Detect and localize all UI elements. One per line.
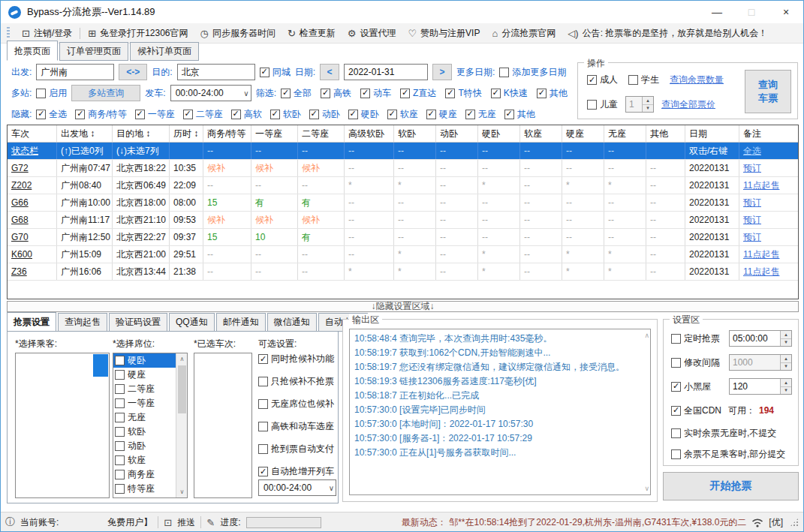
tab-grab-settings[interactable]: 抢票设置 <box>7 312 56 332</box>
hide-col-4-box[interactable] <box>231 110 241 119</box>
column-header-8[interactable]: 软卧 <box>394 125 436 142</box>
seat-option-5[interactable]: 软卧 <box>113 425 176 439</box>
grab-option-5-box[interactable] <box>258 467 268 476</box>
spin-up-icon[interactable] <box>781 331 791 339</box>
column-header-13[interactable]: 无座 <box>604 125 646 142</box>
note-link[interactable]: 全选 <box>739 143 798 159</box>
hide-col-0-box[interactable] <box>36 110 46 119</box>
cdn-checkbox[interactable]: 全国CDN <box>671 404 721 417</box>
train-number-link[interactable]: Z36 <box>8 263 57 280</box>
hide-col-10[interactable]: 无座 <box>465 108 496 121</box>
swap-stations-button[interactable]: <-> <box>119 64 147 80</box>
start-grab-button[interactable]: 开始抢票 <box>663 472 799 500</box>
hide-col-1-box[interactable] <box>75 110 85 119</box>
hide-col-0[interactable]: 全选 <box>36 108 67 121</box>
no-seat-no-submit-checkbox-box[interactable] <box>671 428 681 438</box>
filter-0[interactable]: 全部 <box>281 87 312 100</box>
hide-col-8-box[interactable] <box>387 110 397 119</box>
grab-option-3-box[interactable] <box>258 422 268 431</box>
prev-date-button[interactable]: < <box>320 64 339 80</box>
note-link[interactable]: 预订 <box>739 194 798 211</box>
minimize-button[interactable]: — <box>700 1 734 23</box>
table-row[interactable]: G66广州南10:00北京西18:0008:0015有有------------… <box>8 194 798 212</box>
grab-option-4[interactable]: 抢到票自动支付 <box>258 443 336 455</box>
hide-col-11-box[interactable] <box>504 110 514 119</box>
column-header-4[interactable]: 商务/特等 <box>203 125 251 142</box>
resize-grip[interactable] <box>790 518 799 527</box>
blackroom-checkbox-box[interactable] <box>671 382 681 392</box>
tab-captcha-settings[interactable]: 验证码设置 <box>109 313 167 332</box>
spin-down-icon[interactable] <box>781 363 791 371</box>
no-seat-no-submit-checkbox[interactable]: 实时余票无座时,不提交 <box>671 427 776 440</box>
tab-mail-notify[interactable]: 邮件通知 <box>216 313 266 332</box>
close-button[interactable]: × <box>769 1 803 23</box>
scrollbar-thumb[interactable] <box>178 365 186 413</box>
same-city-checkbox[interactable]: 同城 <box>260 66 291 79</box>
note-link[interactable]: 11点起售 <box>739 246 798 263</box>
hide-col-11[interactable]: 其他 <box>504 108 535 121</box>
query-tickets-button[interactable]: 查询 车票 <box>745 70 791 113</box>
column-header-15[interactable]: 日期 <box>685 125 739 142</box>
query-all-prices-link[interactable]: 查询全部票价 <box>661 98 715 111</box>
table-row[interactable]: G70广州南12:50北京西22:2709:371510有-----------… <box>8 229 798 246</box>
student-checkbox-box[interactable] <box>628 75 638 85</box>
note-link[interactable]: 预订 <box>739 212 798 228</box>
train-number-link[interactable]: G68 <box>8 212 57 228</box>
interval-checkbox[interactable]: 修改间隔 <box>671 356 720 369</box>
seat-option-3-box[interactable] <box>115 398 125 408</box>
tab-query-onsale[interactable]: 查询起售 <box>58 313 107 332</box>
column-header-1[interactable]: 出发地 ↕ <box>57 125 113 142</box>
filter-4[interactable]: T特快 <box>445 87 481 100</box>
train-number-link[interactable]: 状态栏 <box>8 143 57 159</box>
query-remaining-link[interactable]: 查询余票数量 <box>670 74 724 86</box>
column-header-10[interactable]: 硬卧 <box>478 125 520 142</box>
tab-qq-notify[interactable]: QQ通知 <box>169 313 215 332</box>
tab-wechat-notify[interactable]: 微信通知 <box>267 313 317 332</box>
scroll-up-icon[interactable]: ∧ <box>644 332 649 339</box>
spin-up-icon[interactable] <box>781 355 791 363</box>
seat-option-7-box[interactable] <box>115 455 125 465</box>
column-header-0[interactable]: 车次 <box>8 125 57 142</box>
partial-submit-checkbox-box[interactable] <box>671 449 681 459</box>
grab-option-2-box[interactable] <box>258 399 268 409</box>
table-row[interactable]: Z202广州08:40北京西06:4922:09------**--*--**-… <box>8 177 798 194</box>
train-number-link[interactable]: G70 <box>8 229 57 245</box>
filter-3-box[interactable] <box>400 89 410 98</box>
column-header-11[interactable]: 软座 <box>520 125 562 142</box>
note-link[interactable]: 预订 <box>739 160 798 176</box>
hide-col-3-box[interactable] <box>183 110 193 119</box>
hidden-settings-divider[interactable]: ↓隐藏设置区域↓ <box>7 301 799 312</box>
push-label[interactable]: 推送 <box>177 516 195 529</box>
hide-col-3[interactable]: 二等座 <box>183 108 223 121</box>
seat-option-0[interactable]: 硬卧 <box>113 353 176 368</box>
seat-option-4[interactable]: 无座 <box>113 410 176 425</box>
scroll-down-icon[interactable]: ∨ <box>644 485 649 492</box>
filter-3[interactable]: Z直达 <box>400 87 436 100</box>
train-number-link[interactable]: G72 <box>8 160 57 176</box>
filter-4-box[interactable] <box>445 89 455 98</box>
hide-col-6-box[interactable] <box>309 110 319 119</box>
announcement[interactable]: ◁)公告: 抢票靠的是坚持，放弃就是给别人机会！ <box>568 27 767 40</box>
grab-time-select[interactable]: 00:00-24:00 <box>258 479 336 496</box>
column-header-5[interactable]: 一等座 <box>251 125 298 142</box>
child-count-stepper[interactable]: 1 <box>625 96 654 113</box>
hide-col-8[interactable]: 软座 <box>387 108 418 121</box>
seat-option-6[interactable]: 动卧 <box>113 439 176 453</box>
filter-1-box[interactable] <box>321 89 330 98</box>
same-city-checkbox-box[interactable] <box>260 68 270 77</box>
scroll-down-icon[interactable]: ∨ <box>176 486 188 497</box>
official-website[interactable]: ⌂分流抢票官网 <box>492 27 556 40</box>
filter-2[interactable]: 动车 <box>360 87 391 100</box>
column-header-2[interactable]: 目的地 ↕ <box>113 125 170 142</box>
add-more-dates-checkbox[interactable]: 添加更多日期 <box>499 66 566 79</box>
child-checkbox[interactable]: 儿童 <box>587 98 618 111</box>
note-link[interactable]: 11点起售 <box>739 263 798 280</box>
column-header-16[interactable]: 备注 <box>739 125 798 142</box>
filter-6[interactable]: 其他 <box>537 87 568 100</box>
seat-option-7[interactable]: 软座 <box>113 453 176 467</box>
spin-down-icon[interactable] <box>781 387 791 395</box>
grab-option-0[interactable]: 同时抢候补功能 <box>258 353 336 365</box>
filter-5-box[interactable] <box>491 89 501 98</box>
adult-checkbox[interactable]: 成人 <box>587 74 618 86</box>
seat-option-1-box[interactable] <box>115 370 125 380</box>
